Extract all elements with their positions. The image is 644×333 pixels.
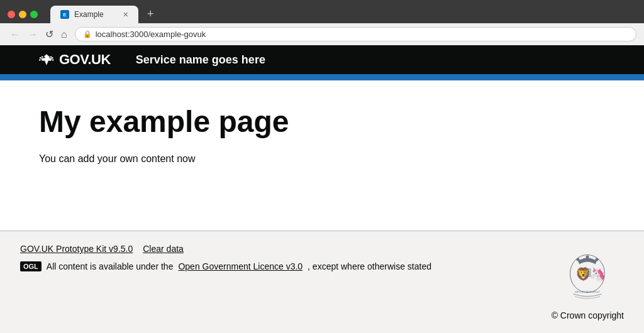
address-bar: ← → ↺ ⌂ 🔒 localhost:3000/example-govuk	[0, 23, 644, 45]
nav-buttons: ← → ↺ ⌂	[8, 27, 70, 41]
govuk-main: My example page You can add your own con…	[20, 80, 624, 204]
browser-chrome: E Example × +	[0, 0, 644, 23]
govuk-header-blue-bar	[0, 74, 644, 80]
maximize-button[interactable]	[30, 11, 38, 18]
svg-rect-6	[584, 268, 591, 277]
crown-icon	[39, 53, 54, 66]
govuk-service-name: Service name goes here	[136, 53, 265, 67]
tab-favicon-icon: E	[60, 10, 69, 19]
back-button[interactable]: ←	[8, 28, 23, 41]
govuk-footer-licence-row: OGL All content is available under the O…	[20, 261, 431, 271]
tab-bar: E Example × +	[50, 5, 159, 23]
svg-point-1	[577, 258, 580, 261]
traffic-lights	[8, 11, 38, 18]
govuk-header-inner: GOV.UK Service name goes here	[20, 45, 624, 74]
govuk-footer-left: GOV.UK Prototype Kit v9.5.0 Clear data O…	[20, 244, 431, 271]
tab-title: Example	[74, 10, 104, 19]
refresh-button[interactable]: ↺	[43, 27, 56, 41]
content-wrapper: My example page You can add your own con…	[0, 80, 644, 231]
page-heading: My example page	[39, 106, 605, 139]
page-wrapper: GOV.UK Service name goes here My example…	[0, 45, 644, 333]
forward-button[interactable]: →	[25, 28, 40, 41]
crown-copyright-emblem-icon: 🦁 🦄 DIEU ET MON DROIT	[556, 244, 619, 307]
svg-point-2	[586, 256, 589, 259]
page-body: You can add your own content now	[39, 151, 605, 166]
govuk-logo-text: GOV.UK	[59, 52, 111, 68]
govuk-footer-links: GOV.UK Prototype Kit v9.5.0 Clear data	[20, 244, 431, 254]
prototype-kit-link[interactable]: GOV.UK Prototype Kit v9.5.0	[20, 244, 133, 254]
licence-text-before: All content is available under the	[47, 261, 174, 271]
active-tab[interactable]: E Example ×	[50, 6, 138, 23]
copyright-text: © Crown copyright	[552, 310, 624, 320]
govuk-header: GOV.UK Service name goes here	[0, 45, 644, 80]
new-tab-button[interactable]: +	[142, 5, 159, 23]
ogl-logo: OGL	[20, 261, 42, 271]
url-text: localhost:3000/example-govuk	[96, 30, 206, 39]
tab-close-icon[interactable]: ×	[123, 9, 128, 19]
close-button[interactable]	[8, 11, 15, 18]
clear-data-link[interactable]: Clear data	[143, 244, 184, 254]
home-button[interactable]: ⌂	[58, 28, 70, 41]
licence-text-after: , except where otherwise stated	[308, 261, 431, 271]
minimize-button[interactable]	[19, 11, 26, 18]
svg-text:🦄: 🦄	[590, 266, 606, 281]
govuk-footer: GOV.UK Prototype Kit v9.5.0 Clear data O…	[0, 231, 644, 333]
browser-titlebar: E Example × +	[8, 5, 636, 23]
svg-text:DIEU ET MON DROIT: DIEU ET MON DROIT	[575, 290, 600, 293]
url-lock-icon: 🔒	[83, 30, 92, 38]
govuk-logo-link[interactable]: GOV.UK	[39, 52, 111, 68]
govuk-footer-inner: GOV.UK Prototype Kit v9.5.0 Clear data O…	[20, 244, 624, 320]
govuk-footer-right: 🦁 🦄 DIEU ET MON DROIT © Crown copyright	[552, 244, 624, 320]
url-bar[interactable]: 🔒 localhost:3000/example-govuk	[75, 27, 636, 41]
licence-link[interactable]: Open Government Licence v3.0	[178, 261, 303, 271]
svg-point-3	[596, 258, 599, 261]
